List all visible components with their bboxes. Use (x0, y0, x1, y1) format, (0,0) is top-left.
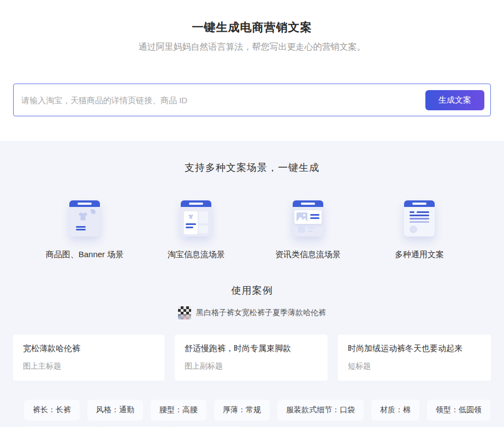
result-card-list: 宽松薄款哈伦裤 图上主标题 舒适慢跑裤，时尚专属束脚款 图上副标题 时尚加绒运动… (13, 335, 491, 381)
result-card: 时尚加绒运动裤冬天也要动起来 短标题 (338, 335, 491, 381)
attribute-tag: 裤长：长裤 (24, 400, 80, 420)
result-text: 舒适慢跑裤，时尚专属束脚款 (185, 343, 318, 354)
product-thumbnail (178, 306, 191, 319)
general-copy-icon (404, 200, 435, 236)
page-title: 一键生成电商营销文案 (0, 20, 504, 35)
result-card: 舒适慢跑裤，时尚专属束脚款 图上副标题 (175, 335, 328, 381)
tshirt-glyph (76, 211, 90, 223)
result-type: 短标题 (348, 361, 481, 371)
attribute-tag: 材质：棉 (371, 400, 419, 420)
news-feed-icon (293, 200, 323, 236)
result-text: 时尚加绒运动裤冬天也要动起来 (348, 343, 481, 354)
attribute-tag: 领型：低圆领 (427, 400, 490, 420)
scenarios-heading: 支持多种文案场景，一键生成 (0, 141, 504, 174)
icon-topbar (404, 200, 435, 207)
use-case-product: 黑白格子裤女宽松裤子夏季薄款哈伦裤 (0, 306, 504, 319)
use-case-heading: 使用案例 (0, 284, 504, 297)
result-type: 图上副标题 (185, 361, 318, 371)
attribute-tag: 腰型：高腰 (151, 400, 206, 420)
result-card: 宽松薄款哈伦裤 图上主标题 (13, 335, 164, 381)
scenario-label: 资讯类信息流场景 (275, 250, 341, 260)
scenario-label: 淘宝信息流场景 (168, 250, 225, 260)
scenario-list: 商品图、Banner 场景 淘宝信息流场景 (0, 200, 504, 260)
leaf-glyph (91, 209, 96, 214)
product-url-input-container: 生成文案 (13, 84, 491, 116)
scenario-news-feed: 资讯类信息流场景 (262, 200, 354, 260)
tshirt-glyph (187, 214, 194, 220)
product-banner-icon (69, 200, 100, 236)
scenario-product-banner: 商品图、Banner 场景 (38, 200, 131, 260)
result-text: 宽松薄款哈伦裤 (23, 343, 155, 354)
scenario-taobao-feed: 淘宝信息流场景 (150, 200, 242, 260)
product-title: 黑白格子裤女宽松裤子夏季薄款哈伦裤 (196, 308, 326, 318)
attribute-tag: 风格：通勤 (87, 400, 143, 420)
hero-section: 一键生成电商营销文案 通过阿里妈妈自然语言算法，帮您写出更走心的营销文案。 生成… (0, 0, 504, 141)
scenario-general-copy: 多种通用文案 (373, 200, 466, 260)
product-url-input[interactable] (14, 84, 425, 116)
scenario-label: 多种通用文案 (395, 250, 444, 260)
icon-topbar (181, 200, 211, 207)
taobao-feed-icon (181, 200, 211, 236)
attribute-tag-row-1: 裤长：长裤 风格：通勤 腰型：高腰 厚薄：常规 服装款式细节：口袋 材质：棉 领… (24, 400, 491, 420)
icon-topbar (293, 200, 323, 207)
scenario-label: 商品图、Banner 场景 (46, 250, 124, 260)
image-glyph (297, 212, 307, 222)
generate-copy-button[interactable]: 生成文案 (425, 90, 484, 110)
result-type: 图上主标题 (23, 361, 155, 371)
attribute-tag: 服装款式细节：口袋 (277, 400, 364, 420)
icon-topbar (69, 200, 100, 207)
features-section: 支持多种文案场景，一键生成 商品图、Banner 场景 (0, 141, 504, 427)
page-subtitle: 通过阿里妈妈自然语言算法，帮您写出更走心的营销文案。 (0, 41, 504, 53)
attribute-tag: 厚薄：常规 (214, 400, 270, 420)
